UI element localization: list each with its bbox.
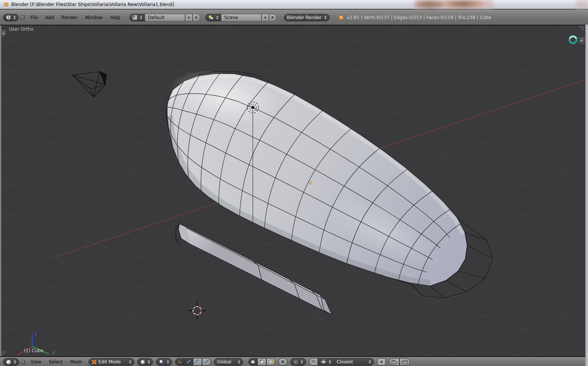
title-bar[interactable]: Blender [F:\Blender Files\Star Ships\Vol… bbox=[0, 0, 588, 9]
blender-app-icon bbox=[3, 1, 9, 7]
scene-icon bbox=[208, 15, 214, 20]
viewport-3d[interactable]: z y User Ortho (1) Cube + + bbox=[1, 25, 585, 356]
vertex-select-icon bbox=[250, 359, 255, 365]
area-resize-grip-bottomleft[interactable] bbox=[2, 351, 6, 356]
mode-arrows bbox=[129, 360, 131, 364]
info-editor-icon bbox=[6, 15, 11, 20]
screen-layout-arrows bbox=[140, 16, 142, 19]
face-select-mode-button[interactable] bbox=[266, 358, 275, 366]
view3d-editor-icon bbox=[6, 360, 11, 365]
camera-render-icon bbox=[391, 359, 398, 365]
snap-target-dropdown[interactable]: Closest bbox=[334, 358, 374, 366]
editor-type-button-3dview[interactable] bbox=[3, 358, 19, 366]
blender-window: { "window": { "title": "Blender [F:\\Ble… bbox=[0, 0, 588, 366]
pivot-median-icon bbox=[159, 360, 164, 365]
menu-mesh[interactable]: Mesh bbox=[67, 359, 86, 365]
viewport-shading-dropdown[interactable] bbox=[137, 358, 153, 366]
orientation-value: Global bbox=[217, 359, 231, 365]
view3d-header: View Select Mesh Edit Mode bbox=[0, 356, 588, 366]
screen-layout-add-button[interactable]: + bbox=[185, 14, 193, 21]
opengl-render-button[interactable] bbox=[389, 358, 399, 366]
edge-select-mode-button[interactable] bbox=[257, 358, 266, 366]
render-engine-dropdown[interactable]: Blender Render bbox=[284, 14, 330, 21]
manipulator-axis-icon bbox=[177, 359, 182, 365]
scale-icon bbox=[204, 359, 209, 365]
collapse-menus-toggle-3d[interactable] bbox=[21, 360, 25, 365]
area-resize-grip-topright[interactable] bbox=[579, 25, 584, 31]
manipulator-translate-button[interactable] bbox=[184, 358, 193, 366]
menu-file[interactable]: File bbox=[27, 15, 42, 20]
editor-type-arrows-3d bbox=[14, 360, 16, 364]
menu-select[interactable]: Select bbox=[45, 359, 66, 365]
screen-layout-delete-button[interactable]: ✕ bbox=[193, 14, 200, 21]
limit-selection-visible-button[interactable] bbox=[278, 358, 287, 366]
snap-target-arrows bbox=[369, 360, 371, 364]
menu-render[interactable]: Render bbox=[58, 15, 81, 20]
screen-layout-icon bbox=[132, 15, 137, 20]
shading-arrows bbox=[148, 360, 150, 364]
pivot-point-dropdown[interactable] bbox=[156, 358, 172, 366]
scene-arrows bbox=[216, 16, 218, 19]
proportional-edit-icon bbox=[293, 360, 298, 365]
axis-label-z: z bbox=[35, 331, 37, 336]
scene-icon-button[interactable] bbox=[205, 14, 221, 21]
window-title: Blender [F:\Blender Files\Star Ships\Vol… bbox=[11, 2, 174, 7]
scene-add-button[interactable]: + bbox=[261, 14, 269, 21]
snap-element-icon bbox=[321, 359, 326, 365]
snap-toggle-button[interactable] bbox=[309, 358, 318, 366]
menu-view[interactable]: View bbox=[27, 359, 45, 365]
occlude-geometry-icon bbox=[280, 359, 285, 365]
manipulator-scale-button[interactable] bbox=[202, 358, 211, 366]
teal-ring-widget bbox=[570, 36, 577, 43]
window-border-right bbox=[585, 25, 588, 366]
proportional-edit-dropdown[interactable] bbox=[290, 358, 306, 366]
menu-window[interactable]: Window bbox=[81, 15, 106, 20]
screen-layout-icon-button[interactable] bbox=[129, 14, 145, 21]
face-select-icon bbox=[268, 359, 273, 365]
collapse-menus-toggle[interactable] bbox=[20, 15, 25, 20]
snap-self-button[interactable] bbox=[377, 358, 386, 366]
translate-arrow-icon bbox=[186, 359, 191, 365]
snap-self-icon bbox=[379, 359, 384, 365]
window-border-left bbox=[0, 25, 1, 356]
active-object-label: (1) Cube bbox=[24, 348, 43, 353]
edge-select-icon bbox=[259, 359, 264, 365]
wallpaper-blur bbox=[414, 0, 493, 9]
transform-orientation-dropdown[interactable]: Global bbox=[214, 358, 243, 366]
opengl-render-anim-button[interactable] bbox=[399, 358, 410, 366]
cursor-3d bbox=[189, 302, 206, 319]
camera-object bbox=[73, 71, 107, 97]
render-engine-arrows bbox=[324, 16, 327, 19]
wallpaper-blur-edge bbox=[576, 0, 588, 9]
mode-dropdown[interactable]: Edit Mode bbox=[89, 358, 134, 366]
axis-label-y: y bbox=[52, 350, 55, 355]
scene-delete-button[interactable]: ✕ bbox=[269, 14, 276, 21]
manipulator-rotate-button[interactable] bbox=[193, 358, 202, 366]
solid-shading-icon bbox=[140, 360, 145, 365]
pivot-arrows bbox=[167, 360, 169, 364]
screen-layout-name-field[interactable]: Default bbox=[145, 14, 185, 21]
proportional-arrows bbox=[301, 360, 303, 364]
magnet-icon bbox=[311, 359, 316, 365]
snap-element-dropdown[interactable] bbox=[318, 358, 334, 366]
rotate-arc-icon bbox=[195, 359, 200, 365]
properties-shelf-open-tab[interactable]: + bbox=[578, 37, 585, 45]
editor-type-arrows bbox=[13, 16, 16, 19]
clapperboard-icon bbox=[402, 359, 408, 365]
view-name-label: User Ortho bbox=[9, 27, 33, 32]
menu-add[interactable]: Add bbox=[42, 15, 58, 20]
vertex-select-mode-button[interactable] bbox=[248, 358, 257, 366]
editor-type-button-info[interactable] bbox=[3, 14, 19, 21]
snap-element-arrows bbox=[329, 360, 331, 364]
window-edge-strip bbox=[0, 9, 588, 10]
mode-value: Edit Mode bbox=[98, 359, 126, 365]
scene-name-field[interactable]: Scene bbox=[221, 14, 261, 21]
render-engine-value: Blender Render bbox=[287, 15, 322, 20]
orientation-arrows bbox=[238, 360, 240, 364]
viewport-canvas[interactable]: z y bbox=[1, 25, 585, 356]
menu-help[interactable]: Help bbox=[106, 15, 124, 20]
manipulator-toggle[interactable] bbox=[175, 358, 184, 366]
blender-logo bbox=[337, 15, 344, 20]
edit-mode-icon bbox=[92, 360, 97, 365]
info-editor-header: File Add Render Window Help Default + ✕ bbox=[0, 10, 588, 25]
